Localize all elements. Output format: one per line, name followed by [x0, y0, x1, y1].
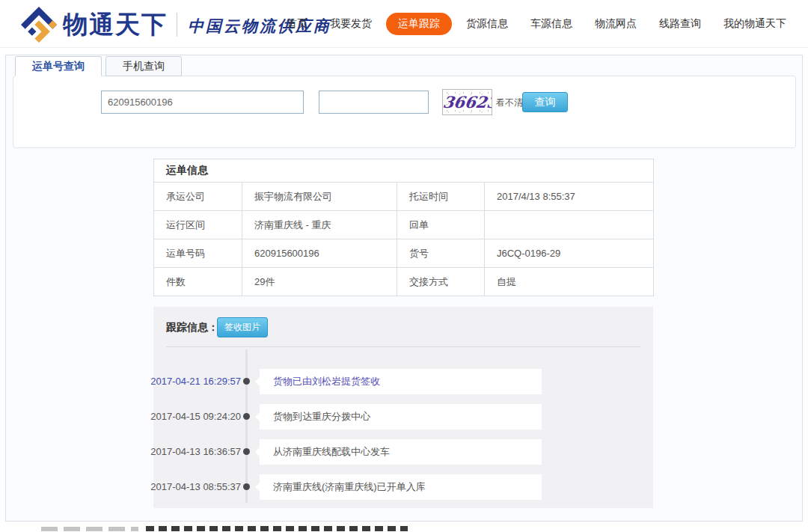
timeline-dot-icon [243, 448, 250, 455]
footer-gray-marks [41, 527, 138, 531]
nav-item-ship[interactable]: 我要发货 [319, 13, 383, 34]
cell-value: 2017/4/13 8:55:37 [485, 183, 654, 211]
event-time: 2017-04-13 16:36:57 [150, 439, 241, 465]
event-time: 2017-04-15 09:24:20 [150, 404, 241, 429]
nav-item-route-query[interactable]: 线路查询 [648, 13, 712, 34]
cell-value: 振宇物流有限公司 [242, 183, 397, 211]
timeline-dot-icon [243, 378, 250, 385]
brand-logo-icon [21, 7, 57, 43]
cell-label: 交接方式 [397, 268, 485, 296]
cell-value: 自提 [485, 268, 654, 296]
table-row: 运单号码 620915600196 货号 J6CQ-0196-29 [154, 239, 654, 268]
event-message-box: 货物到达重庆分拨中心 [260, 404, 542, 429]
waybill-info-table: 运单信息 承运公司 振宇物流有限公司 托运时间 2017/4/13 8:55:3… [153, 159, 654, 296]
captcha-refresh-link[interactable]: 看不清 [496, 97, 523, 109]
page: 物通天下 中国云物流供应商 首页 我要发货 运单跟踪 货源信息 车源信息 物流网… [0, 0, 808, 532]
cell-label: 运单号码 [154, 239, 242, 268]
search-button[interactable]: 查询 [522, 92, 568, 112]
nav-item-logistics-outlets[interactable]: 物流网点 [584, 13, 648, 34]
captcha-image[interactable]: 366231 [442, 89, 492, 115]
header: 物通天下 中国云物流供应商 首页 我要发货 运单跟踪 货源信息 车源信息 物流网… [0, 0, 808, 48]
event-message-box: 货物已由刘松岩提货签收 [260, 369, 542, 394]
event-text: 货物已由刘松岩提货签收 [260, 369, 542, 394]
timeline-dot-icon [243, 483, 250, 490]
query-tabs: 运单号查询 手机查询 [15, 56, 186, 76]
cell-label: 运行区间 [154, 211, 242, 239]
event-text: 济南重庆线(济南重庆线)已开单入库 [260, 474, 542, 500]
nav-item-my-account[interactable]: 我的物通天下 [712, 13, 798, 34]
tab-phone-query[interactable]: 手机查询 [105, 56, 182, 76]
brand-name: 物通天下 [63, 8, 168, 42]
waybill-table-caption: 运单信息 [154, 159, 654, 183]
event-text: 从济南重庆线配载中心发车 [260, 439, 542, 465]
event-time: 2017-04-13 08:55:37 [150, 474, 241, 500]
timeline-dot-icon [243, 413, 250, 420]
timeline-line [245, 349, 248, 503]
tracking-divider [166, 346, 640, 347]
cell-label: 回单 [397, 211, 485, 239]
nav-item-cargo-info[interactable]: 货源信息 [455, 13, 519, 34]
table-row: 件数 29件 交接方式 自提 [154, 268, 654, 296]
footer-clipped-text [0, 524, 808, 532]
table-row: 运行区间 济南重庆线 - 重庆 回单 [154, 211, 654, 239]
cell-label: 托运时间 [397, 183, 485, 211]
brand-separator [177, 13, 177, 37]
cell-value: 620915600196 [242, 239, 397, 268]
table-row: 承运公司 振宇物流有限公司 托运时间 2017/4/13 8:55:37 [154, 183, 654, 211]
waybill-number-input[interactable] [101, 91, 304, 114]
nav-item-waybill-tracking[interactable]: 运单跟踪 [386, 13, 452, 35]
footer-dark-marks [146, 526, 408, 531]
event-message-box: 从济南重庆线配载中心发车 [260, 439, 542, 465]
event-text: 货物到达重庆分拨中心 [260, 404, 542, 429]
captcha-text: 366231 [442, 90, 492, 114]
event-time: 2017-04-21 16:29:57 [150, 369, 241, 394]
tab-waybill-number-query[interactable]: 运单号查询 [15, 56, 102, 76]
cell-label: 承运公司 [154, 183, 242, 211]
cell-value [485, 211, 654, 239]
cell-value: 济南重庆线 - 重庆 [242, 211, 397, 239]
waybill-table-title: 运单信息 [154, 159, 654, 183]
tracking-title: 跟踪信息： [166, 321, 218, 334]
cell-label: 件数 [154, 268, 242, 296]
nav-item-home[interactable]: 首页 [275, 13, 319, 34]
cell-value: 29件 [242, 268, 397, 296]
cell-label: 货号 [397, 239, 485, 268]
receipt-image-button[interactable]: 签收图片 [217, 317, 268, 337]
nav-item-vehicle-info[interactable]: 车源信息 [519, 13, 584, 34]
verification-input[interactable] [319, 91, 429, 114]
main-nav: 首页 我要发货 运单跟踪 货源信息 车源信息 物流网点 线路查询 我的物通天下 [275, 0, 798, 48]
event-message-box: 济南重庆线(济南重庆线)已开单入库 [260, 474, 542, 500]
cell-value: J6CQ-0196-29 [485, 239, 654, 268]
